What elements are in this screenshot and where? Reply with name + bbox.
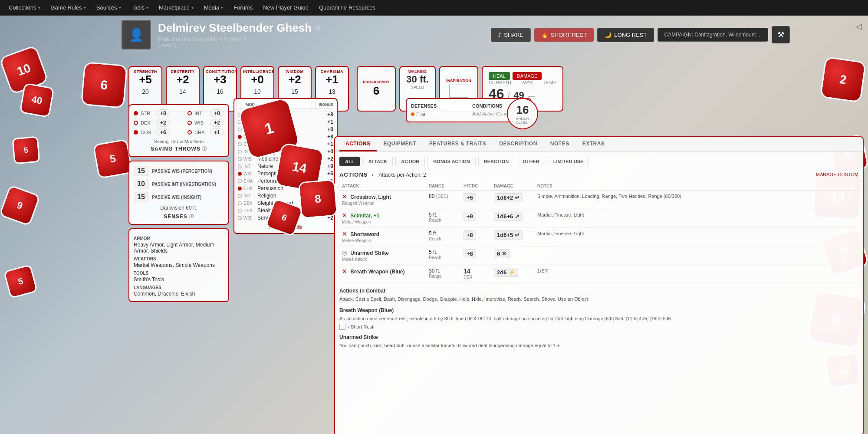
nav-new-player-guide[interactable]: New Player Guide xyxy=(263,4,309,11)
manage-custom-button[interactable]: MANAGE CUSTOM xyxy=(816,172,858,177)
skill-history[interactable]: INT History +0 xyxy=(238,126,333,132)
collapse-icon[interactable]: ◁ xyxy=(856,22,862,31)
defense-fire: Fire xyxy=(411,111,465,117)
skill-stealth[interactable]: DEX Stealth D +2 xyxy=(238,207,333,214)
nav-forums[interactable]: Forums xyxy=(233,4,253,11)
short-rest-button[interactable]: 🔥 SHORT REST xyxy=(534,28,594,42)
skill-athletics[interactable]: STR Athletics +8 xyxy=(238,112,333,118)
filter-attack[interactable]: ATTACK xyxy=(362,157,393,166)
gear-icon[interactable]: ⚙ xyxy=(315,24,321,32)
nav-tools[interactable]: Tools ▾ xyxy=(132,4,148,11)
nav-quarantine-resources[interactable]: Quarantine Resources xyxy=(319,4,375,11)
character-race-class: Male Ravnite Dragonborn Fighter 5 xyxy=(158,36,484,42)
saving-throws-panel: STR +8 INT +0 DEX +2 WIS +2 xyxy=(128,104,229,157)
attack-crossbow-light[interactable]: ✕ Crossbow, Light Ranged Weapon 80 (320)… xyxy=(339,191,858,209)
skills-header: MOD SKILL BONUS xyxy=(238,102,333,109)
heal-button[interactable]: HEAL xyxy=(489,72,510,80)
rest-checkbox[interactable] xyxy=(339,324,345,330)
nav-collections[interactable]: Collections ▾ xyxy=(9,4,40,11)
inspiration-box[interactable] xyxy=(449,85,468,98)
save-wis[interactable]: WIS +2 xyxy=(187,119,224,127)
filter-other[interactable]: OTHER xyxy=(517,157,545,166)
nav-media[interactable]: Media ▾ xyxy=(204,4,223,11)
skill-intimidation[interactable]: CHA Intimidation +1 xyxy=(238,141,333,147)
nav-sources[interactable]: Sources ▾ xyxy=(96,4,121,11)
dice-decoration: 6 xyxy=(81,62,128,108)
attack-unarmed-strike[interactable]: ◎ Unarmed Strike Melee Attack 5 ft. Reac… xyxy=(339,247,858,265)
weapon-icon: ✕ xyxy=(342,212,347,219)
save-cha[interactable]: CHA +1 xyxy=(187,128,224,136)
skill-performance[interactable]: CHA Performance +1 xyxy=(238,178,333,184)
nav-game-rules[interactable]: Game Rules ▾ xyxy=(51,4,86,11)
sheet-tabs: ACTIONS EQUIPMENT FEATURES & TRAITS DESC… xyxy=(335,137,863,152)
save-dex[interactable]: DEX +2 xyxy=(134,119,170,127)
save-dot-str xyxy=(134,111,138,115)
damage-button[interactable]: DAMAGE xyxy=(513,72,542,80)
tab-extras[interactable]: EXTRAS xyxy=(576,137,611,151)
save-con[interactable]: CON +6 xyxy=(134,128,170,136)
skill-dot xyxy=(238,120,242,124)
attack-table-header: ATTACK RANGE HIT/DC DAMAGE NOTES xyxy=(339,182,858,191)
attack-breath-weapon[interactable]: ✕ Breath Weapon (Blue) 30 ft. Range 14 D… xyxy=(339,265,858,283)
skill-religion[interactable]: INT Religion +0 xyxy=(238,193,333,199)
save-int[interactable]: INT +0 xyxy=(187,109,224,117)
filter-action[interactable]: ACTION xyxy=(395,157,425,166)
chevron-down-icon: ▾ xyxy=(119,5,121,10)
filter-limited-use[interactable]: LIMITED USE xyxy=(548,157,589,166)
tab-description[interactable]: DESCRIPTION xyxy=(493,137,543,151)
skill-perception[interactable]: WIS Perception +5 xyxy=(238,171,333,177)
attack-shortsword[interactable]: ✕ Shortsword Melee Weapon 5 ft. Reach +8 xyxy=(339,228,858,247)
chevron-down-icon: ▾ xyxy=(191,5,194,10)
share-button[interactable]: ⤴ SHARE xyxy=(491,28,531,42)
skill-dot-filled xyxy=(238,187,242,191)
skill-investigation[interactable]: INT Investigation +0 xyxy=(238,148,333,155)
sheet-content: ALL ATTACK ACTION BONUS ACTION REACTION … xyxy=(335,152,863,431)
tab-features-traits[interactable]: FEATURES & TRAITS xyxy=(423,137,492,151)
skill-insight[interactable]: WIS Insight +8 xyxy=(238,134,333,140)
weapon-icon: ✕ xyxy=(342,193,347,200)
skill-deception[interactable]: CHA Deception +1 xyxy=(238,119,333,125)
tab-notes[interactable]: NOTES xyxy=(544,137,575,151)
tab-actions[interactable]: ACTIONS xyxy=(339,137,377,151)
top-navigation: Collections ▾ Game Rules ▾ Sources ▾ Too… xyxy=(0,0,868,16)
avatar[interactable]: 👤 xyxy=(122,20,151,49)
save-dot-cha xyxy=(187,130,192,135)
attacks-table: ATTACK RANGE HIT/DC DAMAGE NOTES ✕ Cross… xyxy=(339,182,858,283)
campaign-button[interactable]: CAMPAIGN: Conflagration, Wildemount ... xyxy=(658,28,768,42)
skill-dot xyxy=(238,113,242,117)
filter-bonus-action[interactable]: BONUS ACTION xyxy=(427,157,476,166)
skill-persuasion[interactable]: CHA Persuasion +4 xyxy=(238,185,333,191)
short-rest-tracker: / Short Rest xyxy=(339,324,858,330)
dice-decoration: 5 xyxy=(3,264,38,299)
saving-throws-title: SAVING THROWS ⓘ xyxy=(134,146,224,152)
character-name: Delmirev Steelbender Ghesh ⚙ xyxy=(158,21,484,35)
info-icon: ⓘ xyxy=(202,146,207,152)
skill-survival[interactable]: WIS Survival +2 xyxy=(238,215,333,221)
nav-marketplace[interactable]: Marketplace ▾ xyxy=(159,4,194,11)
saving-throw-rows-3: CON +6 CHA +1 xyxy=(134,128,224,136)
skill-dot xyxy=(238,194,242,198)
tab-equipment[interactable]: EQUIPMENT xyxy=(378,137,423,151)
skill-dot xyxy=(238,216,242,220)
skill-sleight-of-hand[interactable]: DEX Sleight of Hand +2 xyxy=(238,200,333,206)
skill-nature[interactable]: INT Nature +0 xyxy=(238,163,333,169)
skills-panel: MOD SKILL BONUS STR Athletics +8 CHA Dec… xyxy=(233,98,338,234)
additional-skills-link[interactable]: Additional Skills xyxy=(238,224,333,230)
defenses-col: DEFENSES Fire xyxy=(411,103,465,117)
filter-reaction[interactable]: REACTION xyxy=(478,157,514,166)
skill-dot xyxy=(238,179,242,183)
attack-scimitar[interactable]: ✕ Scimitar, +1 Melee Weapon 5 ft. Reach … xyxy=(339,209,858,228)
chevron-down-icon: ▾ xyxy=(38,5,40,10)
filter-all[interactable]: ALL xyxy=(339,157,360,166)
long-rest-button[interactable]: 🌙 LONG REST xyxy=(597,28,654,42)
anvil-button[interactable]: ⚒ xyxy=(772,26,790,43)
skill-dot xyxy=(238,201,242,205)
skill-medicine[interactable]: WIS Medicine +2 xyxy=(238,156,333,162)
dice-decoration: 9 xyxy=(0,184,41,226)
share-icon: ⤴ xyxy=(498,32,501,38)
character-header: 👤 Delmirev Steelbender Ghesh ⚙ Male Ravn… xyxy=(122,20,790,49)
anvil-icon: ⚒ xyxy=(777,30,784,39)
dice-decoration: 40 xyxy=(19,82,54,118)
save-dot-con xyxy=(134,130,138,135)
save-str[interactable]: STR +8 xyxy=(134,109,170,117)
